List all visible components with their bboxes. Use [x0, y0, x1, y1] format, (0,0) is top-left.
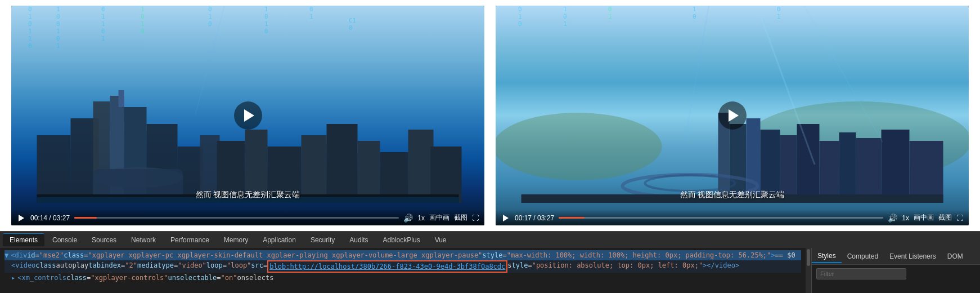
right-panel-content [812, 265, 980, 293]
video-right-timestamp: 00:17 / 03:27 [515, 214, 554, 222]
svg-rect-31 [839, 132, 856, 203]
video-left-fullscreen-icon[interactable]: ⛶ [472, 214, 479, 222]
svg-point-36 [645, 175, 735, 191]
volume-right-icon[interactable]: 🔊 [888, 214, 897, 223]
svg-rect-1 [71, 118, 99, 203]
tab-network[interactable]: Network [124, 234, 163, 246]
video-right-controls: 00:17 / 03:27 🔊 1x 画中画 截图 ⛶ [496, 210, 969, 225]
tab-security[interactable]: Security [304, 234, 341, 246]
blob-url-highlight: blob:http://localhost/380b7266-f823-43e0… [267, 260, 507, 273]
svg-rect-3 [110, 96, 124, 203]
video-left-timestamp: 00:14 / 03:27 [30, 214, 70, 222]
filter-input[interactable] [816, 268, 906, 279]
video-left-speed[interactable]: 1x [417, 214, 425, 222]
devtools-tabs: Elements Console Sources Network Perform… [0, 231, 980, 248]
right-tab-event-listeners[interactable]: Event Listeners [884, 250, 942, 263]
svg-point-9 [93, 167, 183, 188]
video-left-progress-bar[interactable] [74, 217, 399, 219]
tab-application[interactable]: Application [256, 234, 303, 246]
svg-rect-2 [93, 101, 110, 203]
svg-rect-6 [147, 124, 178, 203]
svg-rect-17 [380, 152, 408, 203]
svg-rect-34 [910, 141, 943, 203]
expand-arrow-3[interactable]: ▸ [11, 273, 15, 283]
video-left-play-icon[interactable] [17, 214, 26, 223]
scroll-indicator[interactable] [806, 248, 811, 293]
volume-left-icon[interactable]: 🔊 [403, 214, 413, 223]
right-tab-computed[interactable]: Computed [842, 250, 884, 263]
tab-console[interactable]: Console [46, 234, 84, 246]
svg-rect-29 [797, 124, 820, 203]
svg-rect-33 [882, 130, 910, 203]
video-left-subtitle: 然而 视图信息无差别汇聚云端 [196, 190, 300, 200]
video-right-screenshot[interactable]: 截图 [938, 213, 952, 223]
video-right-play-button[interactable] [718, 101, 747, 130]
svg-rect-18 [408, 130, 434, 203]
video-right-speed[interactable]: 1x [902, 214, 909, 222]
right-panel-tabs: Styles Computed Event Listeners DOM [812, 248, 980, 265]
svg-rect-15 [327, 124, 358, 203]
video-right-subtitle: 然而 视图信息无差别汇聚云端 [680, 190, 785, 200]
svg-point-23 [747, 101, 969, 180]
tab-memory[interactable]: Memory [217, 234, 255, 246]
video-left-play-button[interactable] [234, 101, 262, 130]
scroll-thumb[interactable] [807, 249, 810, 266]
video-right-play-icon[interactable] [501, 214, 510, 223]
video-left-progress-fill [74, 217, 97, 219]
svg-rect-14 [302, 135, 327, 203]
right-panel: Styles Computed Event Listeners DOM [811, 248, 980, 293]
video-right-progress-bar[interactable] [559, 217, 883, 219]
html-line-1[interactable]: ▼ <div id="mse2" class="xgplayer xgplaye… [5, 250, 801, 260]
devtools-content: ▼ <div id="mse2" class="xgplayer xgplaye… [0, 248, 980, 293]
svg-rect-32 [856, 138, 882, 203]
main-content: 010110 100101 01101 1010 010 1010 01 C10 [0, 0, 980, 231]
tab-sources[interactable]: Sources [85, 234, 123, 246]
video-left: 010110 100101 01101 1010 010 1010 01 C10 [11, 6, 484, 225]
blob-url-link[interactable]: blob:http://localhost/380b7266-f823-43e0… [269, 263, 505, 270]
tab-performance[interactable]: Performance [164, 234, 216, 246]
video-left-controls: 00:14 / 03:27 🔊 1x 画中画 截图 ⛶ [11, 210, 484, 225]
tab-adblock-plus[interactable]: AdblockPlus [376, 234, 427, 246]
video-left-pip[interactable]: 画中画 [429, 213, 449, 223]
right-tab-dom[interactable]: DOM [942, 250, 969, 263]
filter-bar [816, 268, 975, 279]
video-right-pip[interactable]: 画中画 [914, 213, 934, 223]
video-right: 010 101 01 10 01 [496, 6, 969, 225]
svg-rect-30 [820, 141, 839, 203]
video-left-screenshot[interactable]: 截图 [454, 213, 467, 223]
html-line-3[interactable]: ▸ <xm_controls class="xgplayer-controls"… [5, 273, 801, 283]
svg-rect-10 [93, 169, 183, 203]
right-tab-styles[interactable]: Styles [812, 250, 842, 263]
svg-rect-5 [124, 107, 147, 203]
tab-elements[interactable]: Elements [3, 233, 44, 246]
video-right-progress-fill [559, 217, 585, 219]
tab-vue[interactable]: Vue [428, 234, 453, 246]
svg-rect-19 [431, 146, 462, 203]
svg-rect-16 [358, 141, 380, 203]
svg-rect-0 [37, 135, 71, 203]
tab-audits[interactable]: Audits [343, 234, 375, 246]
svg-point-22 [496, 113, 662, 180]
devtools-panel: Elements Console Sources Network Perform… [0, 231, 980, 293]
html-inspector: ▼ <div id="mse2" class="xgplayer xgplaye… [0, 248, 806, 293]
video-right-fullscreen-icon[interactable]: ⛶ [956, 214, 963, 222]
svg-rect-4 [119, 90, 124, 107]
expand-arrow-1[interactable]: ▼ [5, 250, 8, 260]
html-line-2[interactable]: <video class autoplay tabindex="2" media… [5, 260, 801, 273]
